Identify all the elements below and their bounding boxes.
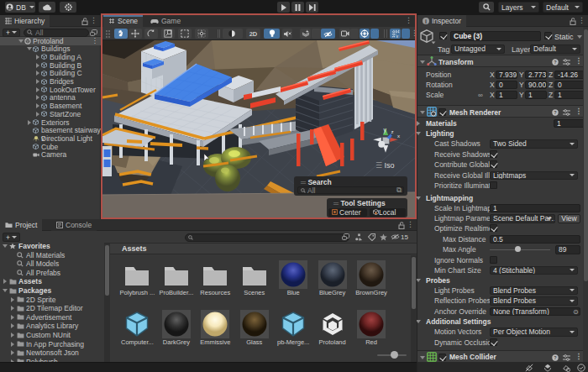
svg-text:?: ?	[554, 60, 557, 65]
svg-text:x: x	[397, 133, 400, 139]
svg-text:z: z	[391, 128, 394, 134]
svg-text:?: ?	[554, 355, 557, 360]
svg-text:y: y	[396, 34, 398, 38]
svg-text:y: y	[383, 127, 386, 134]
svg-text:?: ?	[554, 110, 557, 115]
